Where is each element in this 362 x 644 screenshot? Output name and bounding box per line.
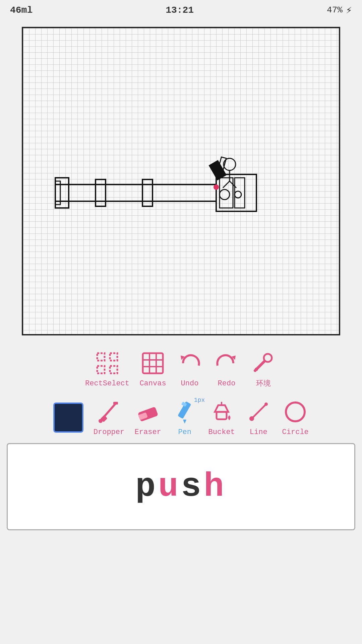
pen-size-badge: 1px (194, 397, 205, 404)
svg-rect-4 (142, 179, 153, 206)
undo-icon (176, 350, 203, 377)
dropper-label: Dropper (94, 428, 124, 436)
tool-color-swatch[interactable] (53, 402, 83, 433)
bucket-icon (208, 398, 235, 425)
svg-rect-18 (97, 353, 105, 361)
toolbar-row-2: Dropper Eraser 1px Pen (0, 392, 362, 440)
pixel-art-drawing (52, 141, 287, 241)
tool-settings[interactable]: 环境 (250, 349, 277, 388)
canvas-icon (139, 350, 166, 377)
settings-label: 环境 (256, 378, 271, 388)
svg-rect-22 (143, 353, 163, 373)
svg-line-32 (104, 404, 116, 417)
svg-point-8 (220, 190, 230, 200)
battery-icon: ⚡ (346, 4, 352, 16)
status-battery-percent: 47% (327, 5, 343, 15)
circle-icon (282, 398, 309, 425)
svg-point-31 (255, 368, 258, 371)
tool-eraser[interactable]: Eraser (134, 398, 161, 436)
tool-undo[interactable]: Undo (176, 350, 203, 388)
bucket-label: Bucket (208, 428, 235, 436)
color-swatch-box[interactable] (53, 402, 83, 433)
push-s: s (181, 468, 204, 506)
undo-label: Undo (181, 379, 199, 388)
svg-line-16 (223, 181, 230, 188)
svg-rect-41 (217, 412, 227, 419)
rect-select-icon (94, 350, 121, 377)
svg-marker-39 (183, 420, 186, 424)
push-logo: push (135, 468, 227, 506)
tool-redo[interactable]: Redo (213, 350, 240, 388)
svg-rect-0 (55, 184, 216, 201)
circle-label: Circle (282, 428, 309, 436)
redo-label: Redo (218, 379, 236, 388)
svg-point-9 (235, 191, 241, 198)
push-p: p (135, 468, 158, 506)
pixel-canvas[interactable] (22, 27, 340, 335)
status-time: 13:21 (166, 5, 194, 15)
push-u: u (158, 468, 181, 506)
tool-pen[interactable]: 1px Pen (171, 398, 198, 436)
svg-rect-35 (113, 402, 118, 405)
push-h: h (204, 468, 227, 506)
line-icon (245, 398, 272, 425)
eraser-label: Eraser (135, 428, 161, 436)
tool-rect-select[interactable]: RectSelect (85, 350, 129, 388)
bottom-panel: push (7, 443, 355, 530)
svg-rect-19 (110, 353, 117, 361)
svg-rect-20 (97, 366, 105, 373)
status-bar: 46ml 13:21 47% ⚡ (0, 0, 362, 20)
line-label: Line (250, 428, 267, 436)
svg-rect-7 (235, 178, 245, 208)
svg-rect-21 (110, 366, 117, 373)
canvas-label: Canvas (139, 379, 166, 388)
rect-select-label: RectSelect (85, 379, 129, 388)
settings-icon (250, 349, 277, 376)
dropper-icon (96, 398, 122, 425)
svg-rect-1 (55, 178, 69, 208)
pen-icon: 1px (171, 398, 198, 425)
svg-point-46 (286, 402, 305, 421)
tool-dropper[interactable]: Dropper (94, 398, 124, 436)
tool-canvas[interactable]: Canvas (139, 350, 166, 388)
tool-bucket[interactable]: Bucket (208, 398, 235, 436)
svg-rect-3 (96, 179, 106, 206)
toolbar-row-1: RectSelect Canvas Undo (0, 342, 362, 392)
svg-point-34 (99, 419, 103, 423)
tool-circle[interactable]: Circle (282, 398, 309, 436)
svg-point-45 (264, 402, 268, 406)
tool-line[interactable]: Line (245, 398, 272, 436)
eraser-icon (134, 398, 161, 425)
redo-icon (213, 350, 240, 377)
status-battery-area: 47% ⚡ (327, 4, 352, 16)
svg-point-12 (214, 184, 219, 190)
svg-line-44 (252, 404, 266, 419)
pen-label: Pen (178, 428, 191, 436)
svg-point-13 (224, 158, 236, 170)
status-signal: 46ml (10, 5, 33, 15)
svg-rect-5 (216, 174, 256, 211)
